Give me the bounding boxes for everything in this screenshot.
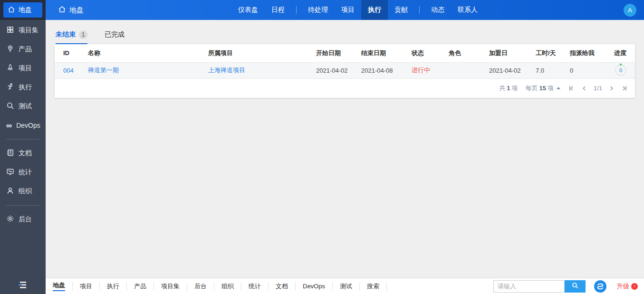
first-page-button[interactable] [568,85,575,92]
nav-item-calendar[interactable]: 日程 [265,0,291,20]
header-home-button[interactable]: 地盘 [46,0,92,20]
project-link[interactable]: 上海禅道项目 [208,66,245,74]
sidebar-item-report[interactable]: 统计 [0,163,46,182]
search-button[interactable] [565,280,586,293]
bottombar-item-execution[interactable]: 执行 [100,282,127,291]
upgrade-link[interactable]: 升级 ↑ [617,282,638,291]
sidebar-divider [6,205,40,206]
nav-item-project[interactable]: 项目 [335,0,361,20]
bottombar-label: 统计 [249,282,261,291]
bottombar-item-search[interactable]: 搜索 [360,282,387,291]
sidebar-item-org[interactable]: 组织 [0,182,46,201]
bottombar-item-report[interactable]: 统计 [241,282,269,291]
bottombar-label: 项目集 [161,282,180,291]
bottombar-item-home[interactable]: 地盘 [46,282,73,291]
col-progress[interactable]: 进度 [607,44,635,62]
col-id[interactable]: ID [55,44,84,62]
total-count: 1 [505,85,511,92]
col-role[interactable]: 角色 [445,44,485,62]
nav-item-dynamic[interactable]: 动态 [424,0,451,20]
join-date-cell: 2021-04-02 [485,62,532,78]
nav-item-todo[interactable]: 待处理 [301,0,335,20]
bottombar-item-program[interactable]: 项目集 [154,282,187,291]
sidebar-item-home[interactable]: 地盘 [3,2,42,18]
execution-name-link[interactable]: 禅道第一期 [88,66,119,74]
bottombar-item-admin[interactable]: 后台 [187,282,214,291]
sidebar-item-test[interactable]: 测试 [0,97,46,116]
tab-label: 已完成 [105,30,125,39]
bottombar-label: DevOps [303,283,325,290]
caret-up-icon [557,87,560,89]
upgrade-label: 升级 [617,282,629,291]
col-end-date[interactable]: 结束日期 [357,44,408,62]
sidebar-item-label: 产品 [19,45,32,54]
tab-finished[interactable]: 已完成 [105,30,125,44]
progress-cell: 0 [607,62,635,78]
up-arrow-icon: ↑ [631,283,638,290]
sidebar-home-label: 地盘 [19,6,32,14]
sidebar-top: 地盘 [0,0,46,20]
assigned-to-me-cell: 0 [566,62,607,78]
bottombar-item-product[interactable]: 产品 [127,282,154,291]
header-home-label: 地盘 [69,6,84,15]
search-input[interactable] [493,280,565,293]
col-hours[interactable]: 工时/天 [532,44,566,62]
sidebar: 地盘 项目集 产品 项目 执行 测试 [0,0,46,294]
sidebar-item-execution[interactable]: 执行 [0,78,46,97]
tab-label: 未结束 [56,30,76,39]
bottombar-item-doc[interactable]: 文档 [269,282,296,291]
sidebar-item-label: 项目 [19,64,32,73]
sidebar-collapse-button[interactable] [0,278,46,294]
total-prefix: 共 [499,85,505,92]
bottombar-label: 组织 [221,282,234,291]
sidebar-item-product[interactable]: 产品 [0,40,46,59]
sidebar-item-label: 文档 [19,149,32,158]
runner-icon [6,83,14,92]
nav-item-dashboard[interactable]: 仪表盘 [231,0,265,20]
tab-unfinished[interactable]: 未结束 1 [56,30,87,44]
table-header-row: ID 名称 所属项目 开始日期 结束日期 状态 角色 加盟日 工时/天 指派给我… [55,44,635,62]
total-items: 共1项 [499,84,518,93]
sidebar-menu: 项目集 产品 项目 执行 测试 ∞ DevOps [0,20,46,278]
col-name[interactable]: 名称 [84,44,204,62]
col-join-date[interactable]: 加盟日 [485,44,532,62]
sidebar-item-label: 统计 [19,168,32,177]
prev-page-button[interactable] [581,85,587,92]
hours-cell: 7.0 [532,62,566,78]
document-icon [6,149,14,158]
zentao-logo-icon[interactable] [594,280,606,293]
nav-item-contribution[interactable]: 贡献 [388,0,414,20]
sidebar-item-admin[interactable]: 后台 [0,210,46,229]
sidebar-item-doc[interactable]: 文档 [0,144,46,163]
sidebar-item-project[interactable]: 项目 [0,59,46,78]
bottombar-label: 文档 [276,282,288,291]
header-nav: 仪表盘 日程 待处理 项目 执行 贡献 动态 联系人 [92,0,624,20]
total-suffix: 项 [511,85,518,92]
avatar[interactable]: A [624,4,636,17]
grid-icon [6,26,14,35]
bottombar-item-devops[interactable]: DevOps [296,282,333,291]
bulb-icon [6,45,14,54]
per-page-selector[interactable]: 每页15项 [525,84,560,93]
sidebar-item-devops[interactable]: ∞ DevOps [0,116,46,135]
col-start-date[interactable]: 开始日期 [312,44,357,62]
last-page-button[interactable] [621,85,628,92]
next-page-button[interactable] [608,85,615,92]
bottombar-item-org[interactable]: 组织 [214,282,241,291]
bottom-bar: 地盘 项目 执行 产品 项目集 后台 组织 统计 文档 DevOps 测试 搜索 [46,278,644,294]
main-column: 地盘 仪表盘 日程 待处理 项目 执行 贡献 动态 联系人 A 未结束 1 [46,0,644,294]
start-date-cell: 2021-04-02 [312,62,357,78]
sidebar-item-label: DevOps [16,122,40,129]
nav-item-contacts[interactable]: 联系人 [451,0,484,20]
rocket-icon [6,64,14,73]
execution-id-link[interactable]: 004 [63,67,74,74]
nav-item-execution[interactable]: 执行 [361,0,388,20]
infinity-icon: ∞ [6,122,12,130]
sidebar-item-label: 项目集 [19,26,38,35]
col-assigned-to-me[interactable]: 指派给我 [566,44,607,62]
col-project[interactable]: 所属项目 [204,44,312,62]
col-status[interactable]: 状态 [408,44,445,62]
sidebar-item-program[interactable]: 项目集 [0,21,46,40]
bottombar-item-project[interactable]: 项目 [73,282,100,291]
bottombar-item-test[interactable]: 测试 [333,282,360,291]
